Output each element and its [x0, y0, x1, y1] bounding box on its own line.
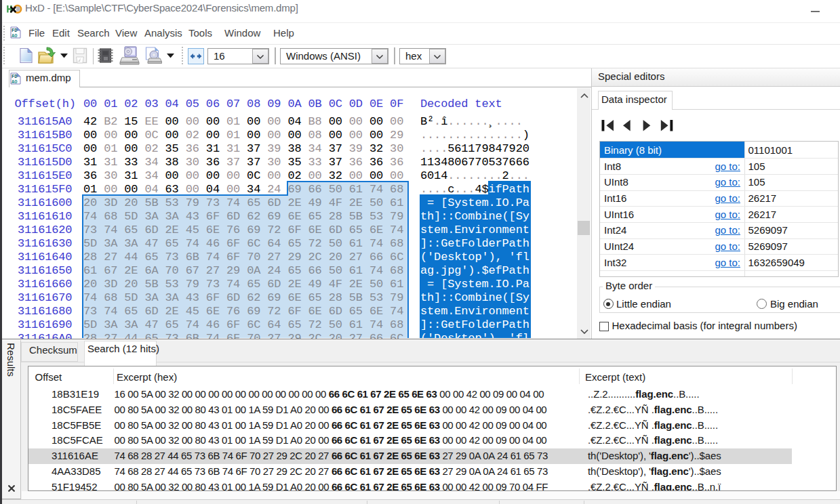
svg-text:AO: AO [12, 79, 17, 85]
svg-text:AO: AO [12, 33, 17, 39]
